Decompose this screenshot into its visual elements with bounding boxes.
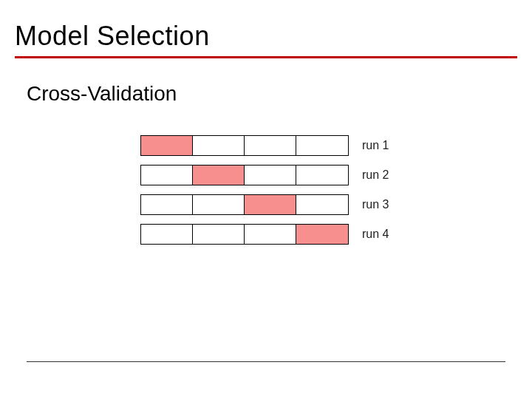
run-label: run 4	[362, 228, 389, 241]
fold-cell-train	[245, 166, 296, 185]
fold-cell-train	[193, 225, 245, 244]
fold-cell-train	[193, 136, 245, 155]
fold-cell-train	[141, 195, 193, 214]
footer-divider	[27, 361, 505, 362]
run-label: run 2	[362, 168, 389, 182]
fold-cell-train	[245, 136, 296, 155]
cv-row: run 1	[140, 135, 532, 156]
fold-strip	[140, 165, 349, 185]
fold-cell-test	[141, 136, 193, 155]
fold-cell-train	[193, 195, 245, 214]
cross-validation-diagram: run 1run 2run 3run 4	[140, 135, 532, 245]
run-label: run 1	[362, 139, 389, 152]
fold-cell-test	[245, 195, 296, 214]
slide-subtitle: Cross-Validation	[0, 64, 532, 106]
fold-cell-test	[296, 225, 348, 244]
run-label: run 3	[362, 198, 389, 211]
cv-row: run 2	[140, 165, 532, 185]
fold-strip	[140, 224, 349, 245]
fold-cell-train	[296, 136, 348, 155]
cv-row: run 4	[140, 224, 532, 245]
cv-row: run 3	[140, 194, 532, 215]
fold-strip	[140, 135, 349, 156]
fold-cell-train	[141, 166, 193, 185]
slide-title: Model Selection	[15, 21, 517, 52]
fold-cell-train	[245, 225, 296, 244]
fold-cell-train	[141, 225, 193, 244]
title-underline	[15, 56, 517, 58]
fold-cell-test	[193, 166, 245, 185]
fold-cell-train	[296, 195, 348, 214]
fold-strip	[140, 194, 349, 215]
fold-cell-train	[296, 166, 348, 185]
